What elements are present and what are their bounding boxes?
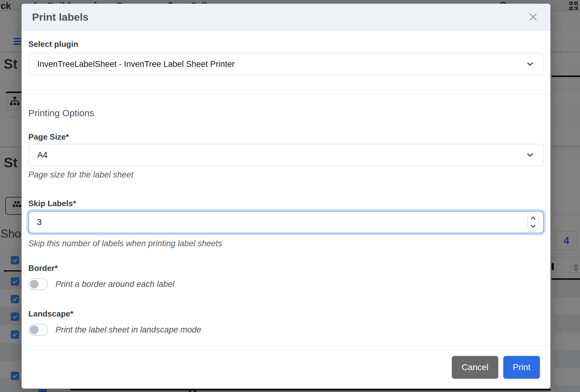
border-help: Print a border around each label [55,280,174,289]
border-toggle[interactable] [28,278,48,290]
plugin-select-value: InvenTreeLabelSheet - InvenTree Label Sh… [37,59,235,69]
print-button[interactable]: Print [503,356,540,379]
chevron-up-icon [530,216,536,220]
stepper-down-button[interactable] [528,223,538,231]
page-size-select[interactable]: A4 [28,144,544,166]
modal-title: Print labels [32,11,88,23]
landscape-toggle[interactable] [28,324,48,336]
border-label: Border* [28,263,544,273]
plugin-select[interactable]: InvenTreeLabelSheet - InvenTree Label Sh… [28,53,544,75]
landscape-help: Print the label sheet in landscape mode [55,325,201,335]
page-size-label: Page Size* [28,132,544,141]
printing-options-heading: Printing Options [28,107,544,119]
print-labels-modal: Print labels Select plugin InvenTreeLabe… [22,4,550,389]
toggle-knob [30,280,39,288]
close-icon [528,12,538,22]
skip-labels-label: Skip Labels* [28,199,544,208]
stepper-up-button[interactable] [528,214,538,223]
modal-header: Print labels [22,4,550,31]
skip-labels-help: Skip this number of labels when printing… [28,239,544,248]
number-stepper [528,214,539,231]
modal-footer: Cancel Print [22,345,550,389]
section-divider [22,94,550,95]
page-size-value: A4 [37,150,47,160]
modal-body: Select plugin InvenTreeLabelSheet - Inve… [22,31,550,336]
landscape-label: Landscape* [28,309,544,318]
chevron-down-icon [530,224,536,228]
screen: ck Build Buy Sell [0,0,580,392]
cancel-button[interactable]: Cancel [452,356,498,379]
skip-labels-input[interactable] [28,211,544,233]
toggle-knob [30,325,39,334]
select-plugin-label: Select plugin [28,39,544,49]
page-size-help: Page size for the label sheet [28,170,544,179]
close-button[interactable] [526,10,540,24]
chevron-down-icon [525,59,535,69]
chevron-down-icon [525,150,535,160]
